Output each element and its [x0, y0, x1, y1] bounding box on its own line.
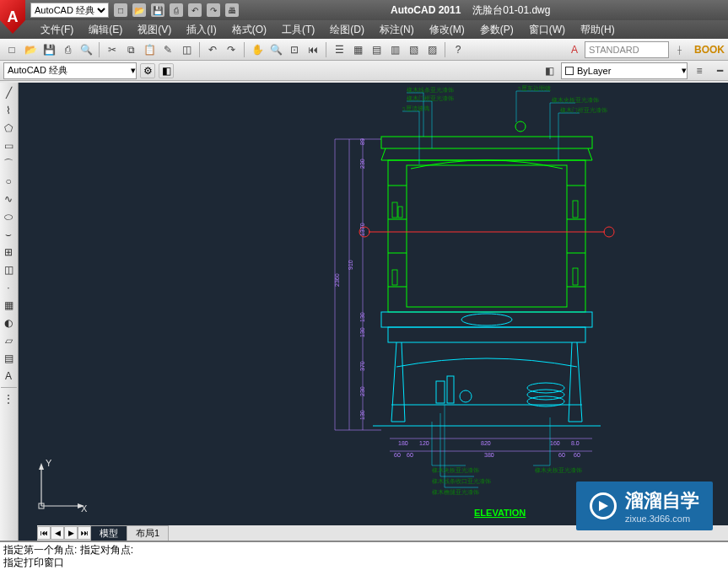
ucs-y-label: Y — [46, 458, 51, 468]
new-icon[interactable]: □ — [3, 41, 20, 58]
dim-2360: 2360 — [334, 273, 340, 287]
dim-60a: 60 — [394, 452, 401, 458]
qat-redo-icon[interactable]: ↷ — [207, 3, 220, 17]
undo-icon[interactable]: ↶ — [204, 41, 221, 58]
rect-tool-icon[interactable]: ▭ — [0, 137, 17, 154]
dc-icon[interactable]: ▦ — [349, 41, 366, 58]
anno-a2: 橡木门框亚光漆饰 — [407, 95, 454, 102]
layer-combo[interactable]: ByLayer▾ — [561, 62, 688, 79]
make-block-icon[interactable]: ◫ — [0, 261, 17, 278]
workspace-quick-select[interactable]: AutoCAD 经典 — [30, 3, 109, 18]
match-icon[interactable]: ✎ — [159, 41, 176, 58]
preview-icon[interactable]: 🔍 — [78, 41, 94, 58]
ellipse-tool-icon[interactable]: ⬭ — [0, 208, 17, 225]
markup-icon[interactable]: ▧ — [405, 41, 422, 58]
tab-layout1[interactable]: 布局1 — [127, 525, 169, 541]
textstyle-icon[interactable]: A — [566, 41, 583, 58]
circle-tool-icon[interactable]: ○ — [0, 173, 17, 190]
svg-point-37 — [604, 227, 614, 237]
qat-undo-icon[interactable]: ↶ — [188, 3, 202, 17]
spline-tool-icon[interactable]: ∿ — [0, 191, 17, 207]
arc-tool-icon[interactable]: ⌒ — [0, 155, 17, 172]
tab-model[interactable]: 模型 — [90, 525, 127, 541]
qat-new-icon[interactable]: □ — [114, 3, 127, 17]
ellipse-arc-icon[interactable]: ⌣ — [0, 226, 17, 243]
tool-palette-icon[interactable]: ▤ — [368, 41, 385, 58]
calc-icon[interactable]: ▨ — [423, 41, 440, 58]
tab-first-icon[interactable]: ⏮ — [37, 526, 51, 540]
plot-icon[interactable]: ⎙ — [59, 41, 76, 58]
anno-a9: 橡木檐腿亚光漆饰 — [432, 489, 479, 496]
draw-toolbar: ╱ ⌇ ⬠ ▭ ⌒ ○ ∿ ⬭ ⌣ ⊞ ◫ · ▦ ◐ ▱ ▤ A ⋮ — [0, 83, 19, 541]
qat-print-icon[interactable]: 🖶 — [225, 3, 239, 17]
menu-params[interactable]: 参数(P) — [473, 21, 520, 39]
menu-help[interactable]: 帮助(H) — [574, 21, 622, 39]
menu-view[interactable]: 视图(V) — [131, 21, 178, 39]
help-icon[interactable]: ? — [450, 41, 466, 58]
paste-icon[interactable]: 📋 — [141, 41, 158, 58]
workspace-save-icon[interactable]: ◧ — [159, 63, 174, 78]
insert-block-icon[interactable]: ⊞ — [0, 244, 17, 261]
palette-separator — [1, 387, 17, 388]
menu-format[interactable]: 格式(O) — [225, 21, 273, 39]
point-tool-icon[interactable]: · — [0, 279, 17, 296]
tab-last-icon[interactable]: ⏭ — [78, 526, 91, 540]
zoom-window-icon[interactable]: ⊡ — [286, 41, 303, 58]
pan-icon[interactable]: ✋ — [249, 41, 266, 58]
drawing-canvas[interactable]: 橡木线条亚光漆饰 橡木门框亚光漆饰 5厘清玻璃 5厘车边明镜 橡木夹板亚光漆饰 … — [19, 83, 728, 541]
watermark-sub: zixue.3d66.com — [625, 514, 699, 524]
line-tool-icon[interactable]: ╱ — [0, 84, 17, 101]
zoom-prev-icon[interactable]: ⏮ — [305, 41, 321, 58]
qat-open-icon[interactable]: 📂 — [132, 3, 146, 17]
quick-access-toolbar: □ 📂 💾 ⎙ ↶ ↷ 🖶 — [114, 3, 239, 17]
region-tool-icon[interactable]: ▱ — [0, 332, 17, 349]
workspace-settings-icon[interactable]: ⚙ — [140, 63, 155, 78]
menu-dim[interactable]: 标注(N) — [373, 21, 421, 39]
hatch-tool-icon[interactable]: ▦ — [0, 297, 17, 314]
layer-color-icon[interactable]: ◧ — [541, 62, 558, 79]
gradient-icon[interactable]: ◐ — [0, 315, 17, 331]
tab-prev-icon[interactable]: ◀ — [51, 526, 64, 540]
qat-plot-icon[interactable]: ⎙ — [170, 3, 183, 17]
zoom-icon[interactable]: 🔍 — [267, 41, 284, 58]
menu-tools[interactable]: 工具(T) — [275, 21, 321, 39]
dim-230: 230 — [359, 159, 365, 169]
watermark-main: 溜溜自学 — [625, 488, 699, 514]
menu-insert[interactable]: 插入(I) — [180, 21, 223, 39]
svg-rect-8 — [388, 160, 585, 312]
tab-next-icon[interactable]: ▶ — [64, 526, 78, 540]
linetype-icon[interactable]: ≡ — [691, 62, 708, 79]
lineweight-icon[interactable]: ━ — [711, 62, 728, 79]
mtext-tool-icon[interactable]: A — [0, 368, 17, 385]
qat-save-icon[interactable]: 💾 — [151, 3, 164, 17]
sheet-icon[interactable]: ▥ — [386, 41, 403, 58]
text-style-combo[interactable]: STANDARD — [585, 41, 669, 58]
workspace-combo[interactable]: AutoCAD 经典▾ — [3, 62, 137, 79]
save-icon[interactable]: 💾 — [40, 41, 57, 58]
menu-modify[interactable]: 修改(M) — [423, 21, 472, 39]
polygon-tool-icon[interactable]: ⬠ — [0, 120, 17, 137]
dim-130b: 130 — [359, 327, 365, 337]
open-icon[interactable]: 📂 — [22, 41, 39, 58]
props-icon[interactable]: ☰ — [331, 41, 348, 58]
table-tool-icon[interactable]: ▤ — [0, 350, 17, 367]
redo-icon[interactable]: ↷ — [223, 41, 240, 58]
dim-160: 160 — [550, 440, 560, 446]
menu-draw[interactable]: 绘图(D) — [323, 21, 371, 39]
dim-89: 89 — [359, 138, 365, 145]
anno-a7: 橡木夹板亚光漆饰 — [432, 467, 479, 474]
menu-file[interactable]: 文件(F) — [34, 21, 80, 39]
block-icon[interactable]: ◫ — [178, 41, 195, 58]
menu-edit[interactable]: 编辑(E) — [82, 21, 129, 39]
pline-tool-icon[interactable]: ⌇ — [0, 102, 17, 119]
menu-window[interactable]: 窗口(W) — [522, 21, 572, 39]
dimstyle-icon[interactable]: ⟊ — [671, 41, 688, 58]
command-line[interactable]: 指定第一个角点: 指定对角点: 指定打印窗口 — [0, 541, 728, 581]
anno-a3: 5厘清玻璃 — [402, 105, 429, 112]
palette-grip-icon[interactable]: ⋮ — [0, 390, 17, 407]
cut-icon[interactable]: ✂ — [104, 41, 121, 58]
svg-point-18 — [515, 121, 526, 132]
toolbar-separator — [199, 42, 200, 57]
dim-120: 120 — [419, 440, 429, 446]
copy-icon[interactable]: ⧉ — [122, 41, 139, 58]
